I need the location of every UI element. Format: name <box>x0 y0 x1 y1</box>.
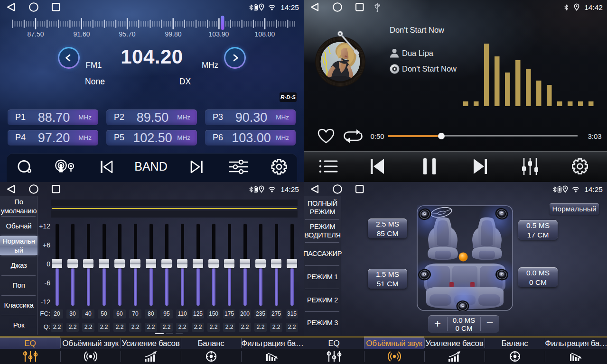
svg-text:87.50: 87.50 <box>27 30 44 38</box>
svg-text:99.80: 99.80 <box>165 30 181 38</box>
svg-text:91.60: 91.60 <box>73 30 90 38</box>
svg-text:95.70: 95.70 <box>119 30 135 38</box>
svg-text:108.00: 108.00 <box>255 30 275 38</box>
svg-text:103.90: 103.90 <box>209 30 229 38</box>
